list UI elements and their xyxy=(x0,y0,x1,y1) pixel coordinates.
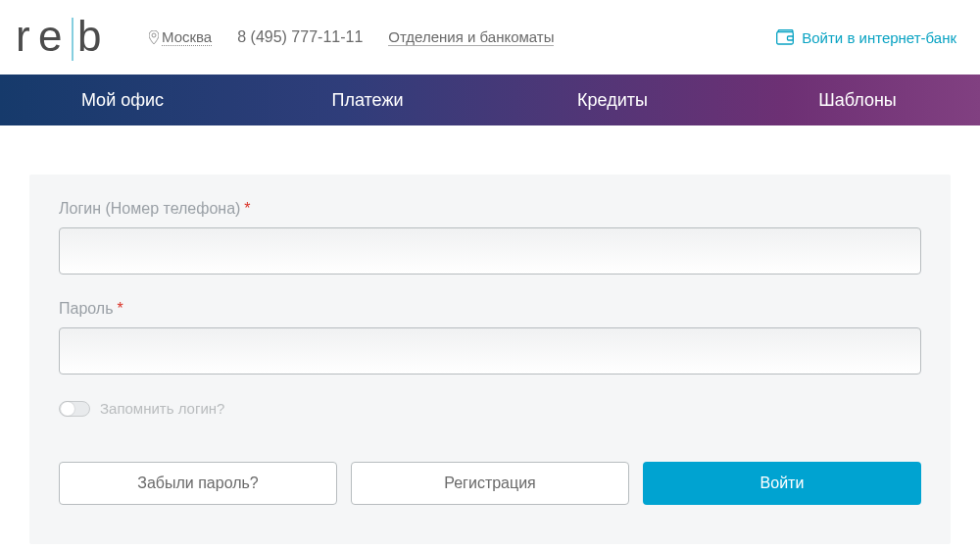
phone-number: 8 (495) 777-11-11 xyxy=(237,28,363,46)
password-input[interactable] xyxy=(59,327,921,374)
actions-row: Забыли пароль? Регистрация Войти xyxy=(59,462,921,505)
logo: r e b xyxy=(16,14,123,61)
forgot-password-label: Забыли пароль? xyxy=(137,474,259,492)
login-field: Логин (Номер телефона) * xyxy=(59,200,921,274)
remember-label: Запомнить логин? xyxy=(100,400,224,417)
login-label: Логин (Номер телефона) xyxy=(59,200,240,218)
wallet-icon xyxy=(776,29,794,45)
svg-rect-5 xyxy=(788,36,794,40)
login-button-label: Войти xyxy=(760,474,805,492)
forgot-password-button[interactable]: Забыли пароль? xyxy=(59,462,337,505)
svg-rect-4 xyxy=(777,32,794,45)
city-selector[interactable]: Москва xyxy=(149,28,212,46)
nav-my-office[interactable]: Мой офис xyxy=(0,75,245,125)
nav-label: Платежи xyxy=(331,90,403,111)
nav-label: Кредиты xyxy=(577,90,648,111)
nav-payments[interactable]: Платежи xyxy=(245,75,490,125)
nav-templates[interactable]: Шаблоны xyxy=(735,75,980,125)
svg-text:b: b xyxy=(77,14,103,60)
remember-toggle[interactable] xyxy=(59,401,90,417)
city-label: Москва xyxy=(162,28,212,46)
register-label: Регистрация xyxy=(444,474,536,492)
internet-bank-login-link[interactable]: Войти в интернет-банк xyxy=(776,29,956,46)
login-button[interactable]: Войти xyxy=(643,462,921,505)
nav-label: Шаблоны xyxy=(818,90,897,111)
branches-link[interactable]: Отделения и банкоматы xyxy=(388,28,554,46)
location-pin-icon xyxy=(149,30,159,44)
top-bar: r e b Москва 8 (495) 777-11-11 Отделения… xyxy=(0,0,980,75)
internet-bank-login-label: Войти в интернет-банк xyxy=(802,29,956,46)
password-field: Пароль * xyxy=(59,300,921,374)
login-input[interactable] xyxy=(59,227,921,274)
svg-text:e: e xyxy=(38,14,64,60)
required-mark: * xyxy=(118,300,123,318)
nav-credits[interactable]: Кредиты xyxy=(490,75,735,125)
content-area: Логин (Номер телефона) * Пароль * Запомн… xyxy=(0,125,980,549)
required-mark: * xyxy=(244,200,250,218)
main-nav: Мой офис Платежи Кредиты Шаблоны xyxy=(0,75,980,125)
svg-text:r: r xyxy=(16,14,32,60)
register-button[interactable]: Регистрация xyxy=(351,462,629,505)
password-label: Пароль xyxy=(59,300,114,318)
remember-row: Запомнить логин? xyxy=(59,400,921,417)
nav-label: Мой офис xyxy=(81,90,164,111)
login-card: Логин (Номер телефона) * Пароль * Запомн… xyxy=(29,175,951,544)
